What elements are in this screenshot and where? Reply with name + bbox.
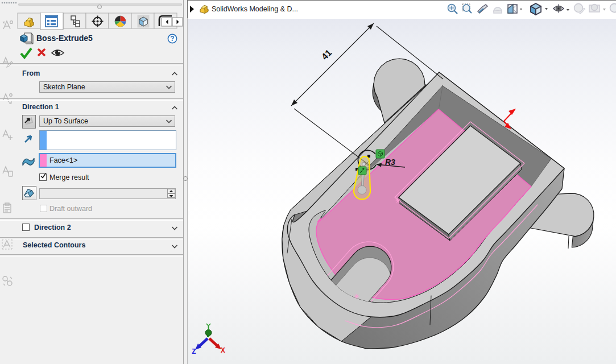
svg-text:R3: R3: [385, 158, 395, 167]
svg-text:41: 41: [320, 48, 334, 62]
svg-text:X: X: [221, 346, 225, 355]
svg-text:Z: Z: [192, 348, 196, 356]
svg-text:SolidWorks Modeling & D...: SolidWorks Modeling & D...: [212, 5, 298, 13]
